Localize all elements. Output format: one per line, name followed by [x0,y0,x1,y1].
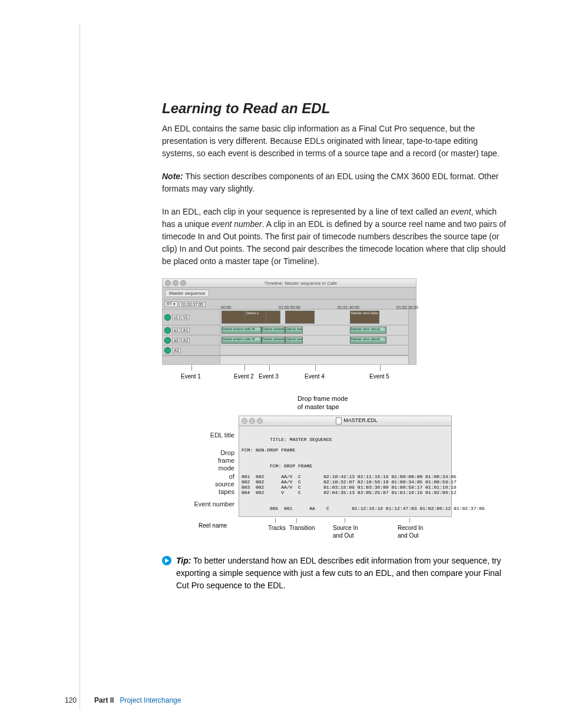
close-icon[interactable] [165,280,171,286]
callout-source-inout: Source In and Out [333,524,358,539]
tip-label: Tip: [176,556,191,565]
edl-bottom-labels: Reel name Tracks Transition Source In an… [239,518,451,544]
event-label: Event 3 [259,373,279,380]
page: Learning to Read an EDL An EDL contains … [0,0,562,728]
track-enable-icon[interactable] [164,337,171,344]
timeline-titlebar: Timeline: Master sequence in Cafe [163,279,416,288]
p3-eventnum: event number [211,219,262,229]
event-label: Event 4 [305,373,325,380]
clip[interactable] [285,311,315,324]
clip[interactable]: Debra sidewal [262,327,285,334]
timecode-display[interactable]: 01:02:37:05 [179,302,206,307]
edl-line: 004 002 V C 02:04:35:13 02:05:25:07 01:0… [239,490,451,495]
clip[interactable]: Debra s [245,311,266,324]
edl-line: 003 002 AA/V C 01:03:18:08 01:03:36:09 0… [239,485,451,490]
minimize-icon[interactable] [249,418,255,424]
timeline-footer [163,355,408,364]
paragraph-note: Note: This section describes components … [162,170,509,195]
section-heading: Learning to Read an EDL [162,100,509,117]
timeline-tab[interactable]: Master sequence [165,289,209,297]
tip-text: Tip: To better understand how an EDL des… [176,555,509,592]
callout-drop-source: Drop frame mode of source tapes [215,449,234,496]
close-icon[interactable] [242,418,247,424]
tip-icon [162,556,171,565]
timeline-title: Timeline: Master sequence in Cafe [188,281,414,286]
event-label: Event 1 [181,373,201,380]
paragraph-3: In an EDL, each clip in your sequence is… [162,206,509,268]
track-label-a3: A3 [172,348,181,353]
ruler-tick: 01:01:40:00 [338,305,359,309]
track-enable-icon[interactable] [164,347,171,354]
edl-line: Event number 005 001 AA C 01:12:16:18 01… [239,495,451,516]
edl-line: Drop frame mode of source tapes FCM: DRO… [239,453,451,474]
track-v1[interactable]: v1V1 Debra sMaster shot Debr [163,309,408,325]
callout-event-number: Event number [194,500,234,508]
callout-record-inout: Record In and Out [398,524,423,539]
timeline-figure: Timeline: Master sequence in Cafe Master… [162,278,509,544]
callout-drop-frame-master: Drop frame mode of master tape [297,394,348,411]
callout-tracks: Tracks [268,524,286,532]
ruler-tick: 01:02:30:00 [396,305,418,309]
vertical-scrollbar[interactable] [408,309,416,364]
event-label: Event 5 [369,373,389,380]
edl-titlebar: MASTER.EDL [239,416,451,426]
track-label-v1: V1 [181,315,190,320]
edl-line: FCM: NON-DROP FRAME [239,447,451,453]
track-a1[interactable]: a1A1 Debra enters cafe WDebra sidewalJac… [163,325,408,335]
track-label-a1: A1 [181,328,190,333]
zoom-icon[interactable] [257,418,263,424]
edl-window-title: MASTER.EDL [265,417,449,424]
edl-line: EDL title TITLE: MASTER SEQUENCE [239,426,451,447]
clip[interactable]: Jacob rea [285,337,303,344]
track-a3[interactable]: A3 [163,345,408,355]
track-a2[interactable]: a2A2 Debra enters cafe WDebra sidewalJac… [163,335,408,345]
clip[interactable]: Jacob rea [285,327,303,334]
track-enable-icon[interactable] [164,327,171,334]
margin-rule [80,24,80,710]
tip-block: Tip: To better understand how an EDL des… [162,555,509,592]
document-icon [336,417,342,424]
clip[interactable]: Master shot Debr [350,311,379,324]
edl-line: 001 002 AA/V C 02:10:42:13 02:11:16:18 0… [239,474,451,479]
zoom-icon[interactable] [180,280,186,286]
callout-transition: Transition [289,524,315,532]
track-label-a2: A2 [181,338,190,343]
edl-line: 002 002 AA/V C 02:10:32:07 02:10:56:19 0… [239,479,451,485]
clip[interactable] [222,311,245,324]
clip[interactable]: Debra enters cafe W [222,337,262,344]
clip[interactable]: Master shot Jacob [350,337,386,344]
timeline-header-row: RT ▾ 01:02:37:05 00:00 01:00:50:00 01:01… [163,299,416,309]
event-label: Event 2 [234,373,254,380]
note-text: This section describes components of an … [162,172,498,193]
p3a: In an EDL, each clip in your sequence is… [162,207,451,216]
ruler-tick: 01:00:50:00 [279,305,300,309]
clip[interactable] [266,311,280,324]
clip[interactable]: Master shot Jacob [350,327,386,334]
minimize-icon[interactable] [173,280,178,286]
tip-body: To better understand how an EDL describe… [176,556,501,590]
rt-button[interactable]: RT ▾ [164,301,178,307]
callout-reel-name: Reel name [199,522,227,529]
note-label: Note: [162,172,183,181]
timeline-body: v1V1 Debra sMaster shot Debr a1A1 Debra … [163,309,416,364]
clip[interactable]: Debra enters cafe W [222,327,262,334]
event-labels: Event 1Event 2Event 3Event 4Event 5 [162,365,415,392]
timeline-window: Timeline: Master sequence in Cafe Master… [162,278,416,365]
page-footer: 120 Part II Project Interchange [65,696,181,704]
section-link[interactable]: Project Interchange [120,696,181,704]
p3-event: event [451,207,471,216]
callout-edl-title: EDL title [210,431,234,439]
edl-figure: Drop frame mode of master tape MASTER.ED… [162,416,492,544]
part-label: Part II [94,696,114,704]
edl-window: MASTER.EDL EDL title TITLE: MASTER SEQUE… [239,416,452,517]
ruler-tick: 00:00 [221,305,232,309]
timeline-tabs: Master sequence [163,288,416,299]
page-number: 120 [65,696,77,704]
timeline-scrollbar[interactable] [220,356,408,364]
track-enable-icon[interactable] [164,314,171,321]
clip[interactable]: Debra sidewal [262,337,285,344]
paragraph-1: An EDL contains the same basic clip info… [162,123,509,160]
